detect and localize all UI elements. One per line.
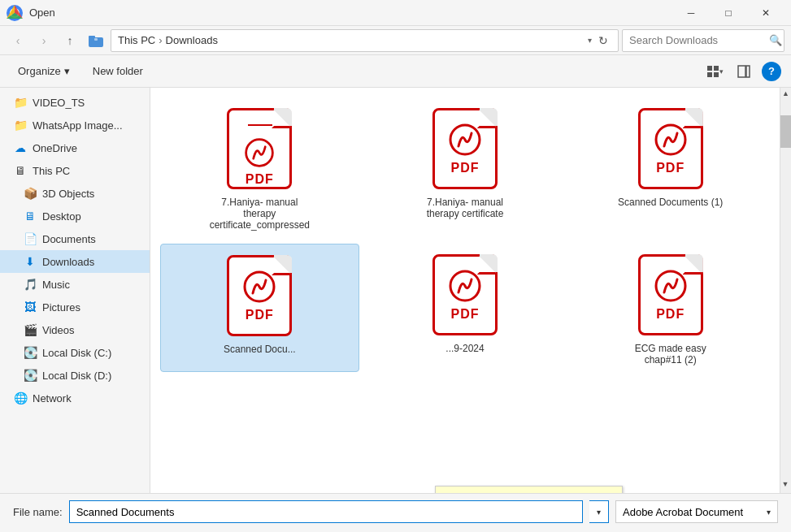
file-name-6: ECG made easy chap#11 (2) <box>618 343 724 365</box>
pdf-icon-wrap-1: ⸻ PDF <box>223 104 296 193</box>
sidebar-item-music[interactable]: 🎵 Music <box>0 273 150 296</box>
sidebar-item-pictures[interactable]: 🖼 Pictures <box>0 296 150 318</box>
organize-button[interactable]: Organize ▾ <box>10 60 78 83</box>
search-icon: 🔍 <box>769 34 782 46</box>
sidebar-item-videos[interactable]: 🎬 Videos <box>0 318 150 341</box>
acrobat-logo-1 <box>241 136 277 169</box>
filetype-dropdown-arrow: ▾ <box>767 508 771 517</box>
address-sep: › <box>159 34 162 46</box>
search-box[interactable]: 🔍 <box>622 29 784 52</box>
svg-rect-7 <box>714 66 719 71</box>
sidebar-item-network[interactable]: 🌐 Network <box>0 387 150 409</box>
minimize-button[interactable]: ─ <box>672 0 710 26</box>
pdf-icon-wrap-4: PDF <box>223 251 296 340</box>
file-item-6[interactable]: PDF ECG made easy chap#11 (2) <box>571 244 770 372</box>
file-item-3[interactable]: PDF Scanned Documents (1) <box>571 97 770 237</box>
sidebar-item-local-d[interactable]: 💽 Local Disk (D:) <box>0 364 150 387</box>
organize-dropdown-icon: ▾ <box>64 65 70 77</box>
file-area: ⸻ PDF 7.Haniya- manual therapy certifica… <box>150 88 780 493</box>
sidebar-label-videos: Videos <box>42 324 75 336</box>
pdf-label-4: PDF <box>246 308 274 322</box>
desktop-icon: 🖥 <box>23 210 37 223</box>
back-button[interactable]: ‹ <box>7 29 29 52</box>
scroll-thumb[interactable] <box>780 115 791 148</box>
organize-label: Organize <box>18 65 61 77</box>
filename-input[interactable] <box>69 500 583 523</box>
search-input[interactable] <box>629 34 766 46</box>
help-button[interactable]: ? <box>762 62 781 81</box>
view-options-button[interactable]: ▾ <box>703 60 726 83</box>
view-icon <box>706 65 719 78</box>
sidebar-item-whatsapp[interactable]: 📁 WhatsApp Image... <box>0 114 150 136</box>
address-downloads[interactable]: Downloads <box>166 34 218 46</box>
sidebar: 📁 VIDEO_TS 📁 WhatsApp Image... ☁ OneDriv… <box>0 88 150 493</box>
file-item-4[interactable]: PDF Scanned Docu... <box>160 244 359 372</box>
sidebar-label-network: Network <box>33 392 72 404</box>
refresh-button[interactable]: ↻ <box>598 34 608 47</box>
this-pc-icon: 🖥 <box>13 164 28 177</box>
sidebar-label-local-c: Local Disk (C:) <box>42 347 111 359</box>
documents-icon: 📄 <box>23 232 37 245</box>
scrollbar[interactable]: ▲ ▼ <box>780 88 791 493</box>
file-name-1: 7.Haniya- manual therapy certificate_com… <box>206 197 312 231</box>
svg-rect-9 <box>714 72 719 77</box>
forward-button[interactable]: › <box>33 29 55 52</box>
file-area-container: ⸻ PDF 7.Haniya- manual therapy certifica… <box>150 88 791 493</box>
filename-row: File name: ▾ Adobe Acrobat Document ▾ <box>0 494 791 530</box>
sidebar-item-documents[interactable]: 📄 Documents <box>0 227 150 250</box>
local-d-icon: 💽 <box>23 369 37 382</box>
window-controls: ─ □ ✕ <box>672 0 784 26</box>
address-bar[interactable]: This PC › Downloads ▾ ↻ <box>111 29 619 52</box>
3d-objects-icon: 📦 <box>23 187 37 200</box>
sidebar-item-onedrive[interactable]: ☁ OneDrive <box>0 136 150 159</box>
maximize-button[interactable]: □ <box>710 0 747 26</box>
scroll-down-button[interactable]: ▼ <box>780 478 791 490</box>
filename-label: File name: <box>13 506 63 518</box>
pdf-label-6: PDF <box>656 307 685 322</box>
sidebar-label-whatsapp: WhatsApp Image... <box>33 119 123 132</box>
sidebar-label-local-d: Local Disk (D:) <box>42 370 111 382</box>
command-toolbar: Organize ▾ New folder ▾ ? <box>0 55 791 88</box>
address-dropdown-arrow[interactable]: ▾ <box>588 36 592 45</box>
pdf-icon-wrap-2: PDF <box>428 104 502 193</box>
pdf-icon-wrap-3: PDF <box>634 104 707 193</box>
preview-pane-button[interactable] <box>732 60 755 83</box>
app-logo <box>7 5 23 21</box>
close-button[interactable]: ✕ <box>747 0 784 26</box>
pdf-label-2: PDF <box>450 161 479 175</box>
filetype-select[interactable]: Adobe Acrobat Document ▾ <box>615 500 778 523</box>
svg-rect-4 <box>89 36 95 39</box>
bottom-section: File name: ▾ Adobe Acrobat Document ▾ Op… <box>0 493 791 532</box>
pdf-icon-bg-4: PDF <box>227 255 292 336</box>
file-item-2[interactable]: PDF 7.Haniya- manual therapy certificate <box>366 97 565 237</box>
sidebar-item-local-c[interactable]: 💽 Local Disk (C:) <box>0 341 150 364</box>
scroll-up-button[interactable]: ▲ <box>780 88 791 99</box>
svg-rect-11 <box>746 66 750 77</box>
sidebar-item-this-pc[interactable]: 🖥 This PC <box>0 159 150 182</box>
filename-dropdown-btn[interactable]: ▾ <box>589 500 609 523</box>
address-this-pc[interactable]: This PC <box>118 34 155 46</box>
acrobat-logo-3 <box>653 122 689 158</box>
local-c-icon: 💽 <box>23 346 37 359</box>
file-name-5: ...9-2024 <box>445 343 484 354</box>
sidebar-item-desktop[interactable]: 🖥 Desktop <box>0 205 150 227</box>
svg-rect-5 <box>94 38 98 41</box>
address-toolbar: ‹ › ↑ This PC › Downloads ▾ ↻ 🔍 <box>0 26 791 55</box>
main-area: 📁 VIDEO_TS 📁 WhatsApp Image... ☁ OneDriv… <box>0 88 791 493</box>
sidebar-item-video-ts[interactable]: 📁 VIDEO_TS <box>0 91 150 114</box>
sidebar-label-pictures: Pictures <box>42 301 80 314</box>
network-icon: 🌐 <box>13 391 28 404</box>
file-item-5[interactable]: PDF ...9-2024 <box>366 244 565 372</box>
new-folder-button[interactable]: New folder <box>85 60 151 83</box>
filetype-value: Adobe Acrobat Document <box>623 506 743 518</box>
svg-rect-8 <box>707 72 712 77</box>
sidebar-label-documents: Documents <box>42 233 96 245</box>
pdf-icon-bg-1: ⸻ PDF <box>227 108 292 189</box>
sidebar-item-downloads[interactable]: ⬇ Downloads <box>0 250 150 273</box>
svg-rect-10 <box>738 66 745 77</box>
file-item-1[interactable]: ⸻ PDF 7.Haniya- manual therapy certifica… <box>160 97 359 237</box>
up-button[interactable]: ↑ <box>59 29 81 52</box>
folder-nav-icon <box>88 32 104 49</box>
sidebar-label-video-ts: VIDEO_TS <box>33 97 85 109</box>
sidebar-item-3d-objects[interactable]: 📦 3D Objects <box>0 182 150 205</box>
